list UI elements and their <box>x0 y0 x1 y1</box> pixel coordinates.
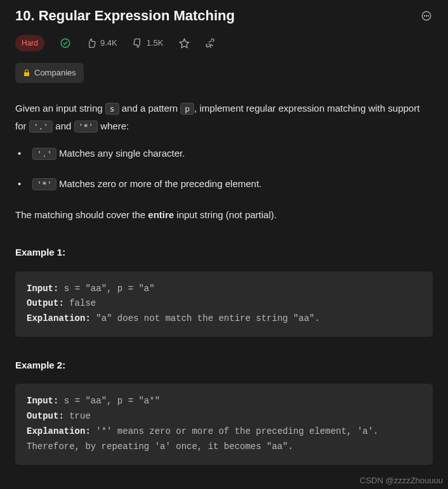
example-2-block: Input: s = "aa", p = "a*" Output: true E… <box>15 384 433 464</box>
dislike-button[interactable]: 1.5K <box>133 37 164 49</box>
problem-title: 10. Regular Expression Matching <box>15 5 235 26</box>
more-options-icon[interactable] <box>420 10 433 22</box>
solved-icon[interactable] <box>60 37 71 49</box>
like-button[interactable]: 9.4K <box>86 37 117 49</box>
meta-row: Hard 9.4K 1.5K <box>15 35 433 51</box>
code-star: '*' <box>74 121 98 133</box>
companies-button[interactable]: Companies <box>15 63 84 83</box>
example-1-block: Input: s = "aa", p = "a" Output: false E… <box>15 271 433 337</box>
svg-point-2 <box>426 15 426 16</box>
list-item: '*' Matches zero or more of the precedin… <box>15 175 433 193</box>
favorite-icon[interactable] <box>179 38 190 49</box>
svg-point-1 <box>424 15 425 16</box>
dislike-count: 1.5K <box>147 37 164 49</box>
example-1-label: Example 1: <box>15 245 433 260</box>
lock-icon <box>23 69 30 77</box>
difficulty-badge: Hard <box>15 35 44 51</box>
example-2-label: Example 2: <box>15 358 433 373</box>
problem-description: Given an input string s and a pattern p,… <box>15 100 433 225</box>
svg-point-3 <box>428 15 428 16</box>
code-s: s <box>105 103 119 115</box>
list-item: '.' Matches any single character.​​​​ <box>15 145 433 163</box>
companies-label: Companies <box>34 67 76 79</box>
share-icon[interactable] <box>205 38 215 48</box>
code-dot: '.' <box>29 121 53 133</box>
code-p: p <box>180 103 194 115</box>
watermark: CSDN @zzzzZhouuuu <box>360 474 443 487</box>
like-count: 9.4K <box>100 37 117 49</box>
